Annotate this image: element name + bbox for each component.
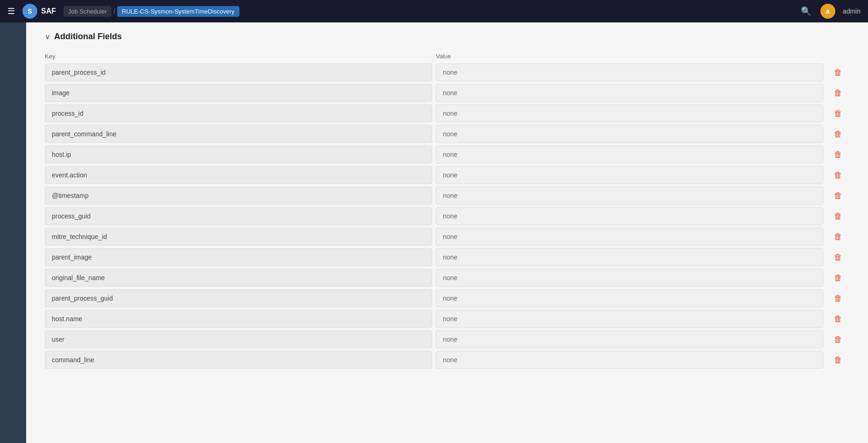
value-cell[interactable]: none — [436, 330, 823, 348]
delete-button[interactable]: 🗑 — [827, 85, 849, 101]
key-cell[interactable]: @timestamp — [45, 187, 432, 204]
avatar[interactable]: a — [820, 4, 835, 19]
value-cell[interactable]: none — [436, 248, 823, 266]
key-cell[interactable]: user — [45, 330, 432, 348]
key-cell[interactable]: host.ip — [45, 146, 432, 163]
value-cell[interactable]: none — [436, 187, 823, 204]
value-cell[interactable]: none — [436, 166, 823, 184]
logo-container: S SAF — [22, 4, 56, 19]
value-cell[interactable]: none — [436, 105, 823, 122]
section-title: Additional Fields — [54, 32, 122, 42]
delete-button[interactable]: 🗑 — [827, 127, 849, 142]
table-row: process_idnone🗑 — [45, 105, 849, 122]
user-name: admin — [843, 7, 861, 15]
delete-button[interactable]: 🗑 — [827, 250, 849, 265]
col-header-value: Value — [436, 53, 823, 60]
key-cell[interactable]: original_file_name — [45, 269, 432, 287]
table-row: command_linenone🗑 — [45, 351, 849, 369]
key-cell[interactable]: process_guid — [45, 207, 432, 225]
table-row: usernone🗑 — [45, 330, 849, 348]
delete-button[interactable]: 🗑 — [827, 106, 849, 121]
breadcrumb-job-scheduler[interactable]: Job Scheduler — [63, 6, 112, 17]
table-row: original_file_namenone🗑 — [45, 269, 849, 287]
breadcrumb: Job Scheduler / RULE-CS-Sysmon-SystemTim… — [63, 6, 239, 17]
delete-button[interactable]: 🗑 — [827, 332, 849, 347]
delete-button[interactable]: 🗑 — [827, 209, 849, 224]
key-cell[interactable]: parent_process_id — [45, 63, 432, 81]
main-content: ∨ Additional Fields Key Value parent_pro… — [26, 22, 868, 443]
table-row: @timestampnone🗑 — [45, 187, 849, 204]
delete-button[interactable]: 🗑 — [827, 352, 849, 368]
col-header-key: Key — [45, 53, 432, 60]
logo-icon: S — [22, 4, 37, 19]
table-row: process_guidnone🗑 — [45, 207, 849, 225]
table-row: parent_imagenone🗑 — [45, 248, 849, 266]
delete-button[interactable]: 🗑 — [827, 147, 849, 162]
delete-button[interactable]: 🗑 — [827, 65, 849, 80]
app-body: ∨ Additional Fields Key Value parent_pro… — [0, 22, 868, 443]
table-row: host.namenone🗑 — [45, 310, 849, 328]
key-cell[interactable]: host.name — [45, 310, 432, 328]
table-body: parent_process_idnone🗑imagenone🗑process_… — [45, 63, 849, 369]
key-cell[interactable]: mitre_technique_id — [45, 228, 432, 246]
delete-button[interactable]: 🗑 — [827, 168, 849, 183]
table-row: imagenone🗑 — [45, 84, 849, 102]
value-cell[interactable]: none — [436, 269, 823, 287]
value-cell[interactable]: none — [436, 228, 823, 246]
value-cell[interactable]: none — [436, 84, 823, 102]
key-cell[interactable]: command_line — [45, 351, 432, 369]
delete-button[interactable]: 🗑 — [827, 270, 849, 286]
key-cell[interactable]: image — [45, 84, 432, 102]
key-cell[interactable]: parent_image — [45, 248, 432, 266]
breadcrumb-rule[interactable]: RULE-CS-Sysmon-SystemTimeDiscovery — [117, 6, 239, 17]
table-row: host.ipnone🗑 — [45, 146, 849, 163]
logo-text: SAF — [41, 7, 56, 15]
delete-button[interactable]: 🗑 — [827, 291, 849, 306]
menu-icon[interactable]: ☰ — [7, 6, 15, 16]
key-cell[interactable]: process_id — [45, 105, 432, 122]
fields-table: Key Value parent_process_idnone🗑imagenon… — [45, 51, 849, 369]
collapse-icon[interactable]: ∨ — [45, 32, 50, 41]
value-cell[interactable]: none — [436, 125, 823, 143]
table-header: Key Value — [45, 51, 849, 63]
section-header: ∨ Additional Fields — [45, 32, 849, 42]
value-cell[interactable]: none — [436, 351, 823, 369]
table-row: mitre_technique_idnone🗑 — [45, 228, 849, 246]
key-cell[interactable]: event.action — [45, 166, 432, 184]
search-icon[interactable]: 🔍 — [799, 4, 813, 18]
table-row: parent_process_guidnone🗑 — [45, 289, 849, 307]
delete-button[interactable]: 🗑 — [827, 311, 849, 327]
value-cell[interactable]: none — [436, 63, 823, 81]
sidebar — [0, 22, 26, 443]
key-cell[interactable]: parent_process_guid — [45, 289, 432, 307]
delete-button[interactable]: 🗑 — [827, 229, 849, 245]
breadcrumb-separator: / — [113, 7, 115, 15]
value-cell[interactable]: none — [436, 207, 823, 225]
value-cell[interactable]: none — [436, 310, 823, 328]
app-header: ☰ S SAF Job Scheduler / RULE-CS-Sysmon-S… — [0, 0, 868, 22]
value-cell[interactable]: none — [436, 146, 823, 163]
value-cell[interactable]: none — [436, 289, 823, 307]
table-row: event.actionnone🗑 — [45, 166, 849, 184]
table-row: parent_process_idnone🗑 — [45, 63, 849, 81]
key-cell[interactable]: parent_command_line — [45, 125, 432, 143]
delete-button[interactable]: 🗑 — [827, 188, 849, 204]
table-row: parent_command_linenone🗑 — [45, 125, 849, 143]
